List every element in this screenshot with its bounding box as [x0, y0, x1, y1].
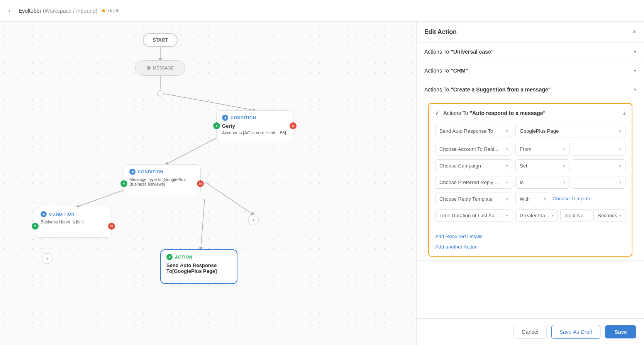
seconds-select[interactable]: Seconds ▾ — [593, 209, 625, 222]
greater-than-chevron-icon: ▾ — [552, 213, 554, 218]
badge-n-msg: N — [197, 180, 204, 187]
add-button-1[interactable]: + — [42, 253, 53, 264]
panel-header: Edit Action × — [417, 22, 644, 42]
svg-line-5 — [205, 182, 253, 215]
preferred-reply-chevron-icon: ▾ — [506, 180, 508, 184]
choose-preferred-reply-select[interactable]: Choose Preferred Reply ... ▾ — [435, 176, 512, 189]
time-duration-chevron-icon: ▾ — [506, 213, 508, 218]
send-auto-chevron-icon: ▾ — [506, 129, 508, 133]
add-button-2[interactable]: + — [248, 215, 259, 225]
greater-than-select[interactable]: Greater tha... ▾ — [515, 209, 558, 222]
action-icon — [166, 254, 173, 260]
condition-business-hours: CONDITION Business Hours Is [bH] Y N — [35, 207, 112, 238]
add-required-link[interactable]: Add Required Details — [429, 232, 632, 242]
action-row-1: Choose Account To Repl... ▾ From ▾ — [435, 143, 625, 156]
action-row-3: Choose Preferred Reply ... ▾ Is ▾ — [435, 176, 625, 189]
time-duration-select[interactable]: Time Duration of Last Au... ▾ — [435, 209, 512, 222]
chevron-down-icon: ▾ — [634, 49, 636, 54]
condition-icon-3 — [41, 211, 47, 217]
reply-template-chevron-icon: ▾ — [506, 197, 508, 201]
tag-remove-icon[interactable]: × — [619, 129, 621, 134]
input-number-field[interactable] — [560, 209, 591, 222]
condition-gerty: CONDITION Gerty Account Is [AG in core c… — [216, 110, 293, 141]
panel-title: Edit Action — [424, 29, 457, 36]
send-auto-row: Send Auto Response To ▾ GooglePlus Page … — [429, 121, 632, 141]
check-icon: ✓ — [435, 110, 440, 116]
add-another-action-link[interactable]: Add another Action — [429, 242, 632, 254]
message-dot-icon — [147, 66, 151, 70]
condition-icon-2 — [129, 169, 136, 175]
from-value-chevron-icon: ▾ — [619, 147, 621, 151]
save-button[interactable]: Save — [605, 325, 636, 338]
is-value-chevron-icon: ▾ — [619, 180, 621, 184]
accordion-auto-respond-header[interactable]: ✓ Actions To "Auto respond to a message"… — [429, 105, 632, 121]
choose-campaign-chevron-icon: ▾ — [506, 164, 508, 168]
draft-badge: Draft — [102, 8, 118, 14]
action-node[interactable]: ACTION Send Auto Response To[GooglePlus … — [160, 249, 237, 284]
set-value-select[interactable]: ▾ — [572, 159, 626, 172]
panel-body: Actions To "Universal case" ▾ Actions To… — [417, 42, 644, 318]
accordion-suggestion: Actions To "Create a Suggestion from a m… — [417, 80, 644, 99]
chevron-up-icon: ▴ — [623, 110, 625, 116]
panel-footer: Cancel Save As Draft Save — [417, 318, 644, 345]
accordion-universal-header[interactable]: Actions To "Universal case" ▾ — [417, 42, 644, 61]
action-row-2: Choose Campaign ▾ Set ▾ — [435, 159, 625, 172]
condition-message-type: CONDITION Message Type Is [GooglePlus Bu… — [124, 164, 201, 195]
seconds-chevron-icon: ▾ — [619, 213, 621, 218]
with-chevron-icon: ▾ — [544, 197, 546, 201]
accordion-auto-respond: ✓ Actions To "Auto respond to a message"… — [417, 99, 644, 261]
canvas-area: START MESSAGE CONDITION Gerty Account Is… — [0, 22, 416, 345]
send-auto-selected-tag: GooglePlus Page × — [515, 125, 625, 137]
with-operator-select[interactable]: With ▾ — [515, 193, 550, 205]
accordion-crm-header[interactable]: Actions To "CRM" ▾ — [417, 61, 644, 80]
back-button[interactable]: ← — [8, 7, 14, 14]
action-row-5: Time Duration of Last Au... ▾ Greater th… — [435, 209, 625, 222]
choose-reply-template-select[interactable]: Choose Reply Template ▾ — [435, 193, 512, 205]
send-auto-to-select[interactable]: Send Auto Response To ▾ — [435, 125, 512, 137]
from-value-select[interactable]: ▾ — [572, 143, 626, 156]
condition-icon — [222, 115, 228, 121]
workspace-name: Evoltobor (Workspace / Inbound) — [19, 8, 97, 14]
accordion-active-border: ✓ Actions To "Auto respond to a message"… — [428, 103, 632, 257]
choose-campaign-select[interactable]: Choose Campaign ▾ — [435, 159, 512, 172]
svg-line-2 — [160, 93, 255, 110]
choose-template-link[interactable]: Choose Template — [552, 193, 591, 205]
top-bar: ← Evoltobor (Workspace / Inbound) Draft — [0, 0, 644, 22]
badge-n-gerty: N — [290, 122, 297, 129]
from-operator-select[interactable]: From ▾ — [515, 143, 569, 156]
main-layout: START MESSAGE CONDITION Gerty Account Is… — [0, 22, 644, 345]
accordion-suggestion-header[interactable]: Actions To "Create a Suggestion from a m… — [417, 80, 644, 99]
set-value-chevron-icon: ▾ — [619, 164, 621, 168]
save-draft-button[interactable]: Save As Draft — [551, 325, 601, 339]
set-operator-select[interactable]: Set ▾ — [515, 159, 569, 172]
right-panel: Edit Action × Actions To "Universal case… — [416, 22, 644, 345]
is-chevron-icon: ▾ — [563, 180, 565, 184]
connector-circle — [157, 90, 163, 96]
badge-y-gerty: Y — [213, 122, 220, 129]
draft-dot-icon — [102, 9, 105, 12]
accordion-crm: Actions To "CRM" ▾ — [417, 61, 644, 80]
from-chevron-icon: ▾ — [563, 147, 565, 151]
is-operator-select[interactable]: Is ▾ — [515, 176, 569, 189]
badge-y-msg: Y — [120, 180, 127, 187]
set-chevron-icon: ▾ — [563, 164, 565, 168]
accordion-universal: Actions To "Universal case" ▾ — [417, 42, 644, 61]
flow-container: START MESSAGE CONDITION Gerty Account Is… — [0, 22, 416, 345]
badge-n-bh: N — [108, 223, 115, 230]
svg-line-6 — [201, 199, 205, 249]
start-node: START — [143, 33, 178, 47]
message-node: MESSAGE — [135, 60, 185, 76]
action-rows: Choose Account To Repl... ▾ From ▾ — [429, 143, 632, 232]
badge-y-bh: Y — [32, 223, 39, 230]
is-value-select[interactable]: ▾ — [572, 176, 626, 189]
chevron-down-icon-3: ▾ — [634, 87, 636, 92]
choose-account-select[interactable]: Choose Account To Repl... ▾ — [435, 143, 512, 156]
choose-account-chevron-icon: ▾ — [506, 147, 508, 151]
close-icon[interactable]: × — [632, 28, 636, 36]
chevron-down-icon-2: ▾ — [634, 68, 636, 73]
cancel-button[interactable]: Cancel — [514, 325, 547, 339]
arrows-svg — [0, 22, 416, 345]
action-row-4: Choose Reply Template ▾ With ▾ — [435, 193, 625, 205]
